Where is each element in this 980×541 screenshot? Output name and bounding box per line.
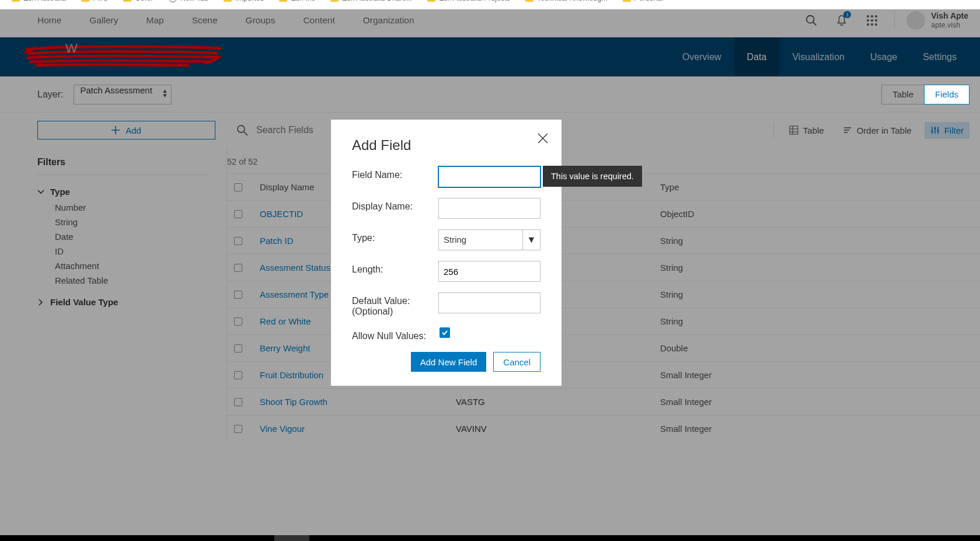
bookmark-item[interactable]: Esri Australia	[12, 0, 66, 2]
display-name-input[interactable]	[438, 198, 540, 219]
field-name-input[interactable]	[438, 166, 540, 187]
add-field-dialog: Add Field Field Name: Display Name: Type…	[331, 120, 562, 386]
label-type: Type:	[352, 229, 438, 243]
allow-null-checkbox[interactable]	[440, 327, 450, 338]
bookmark-item[interactable]: Esri Inc	[279, 0, 315, 2]
taskbar	[0, 535, 980, 541]
length-input[interactable]	[438, 261, 540, 282]
label-allow-null: Allow Null Values:	[352, 327, 440, 341]
chevron-down-icon: ▼	[522, 230, 540, 250]
bookmark-item[interactable]: Personal	[623, 0, 663, 2]
view-fields-button[interactable]: Fields	[924, 85, 969, 104]
cancel-button[interactable]: Cancel	[493, 352, 540, 372]
default-value-input[interactable]	[438, 292, 540, 313]
type-select[interactable]: String ▼	[438, 229, 540, 250]
bookmark-item[interactable]: Esri Australia Share...	[330, 0, 412, 2]
check-icon	[441, 329, 448, 336]
bookmark-item[interactable]: Technical Knowledg...	[525, 0, 608, 2]
bookmark-item[interactable]: Esri Australia Projects	[427, 0, 510, 2]
label-default-value: Default Value: (Optional)	[352, 292, 438, 317]
close-icon[interactable]	[537, 132, 549, 144]
bookmark-item[interactable]: New Tab	[169, 0, 208, 2]
validation-tooltip: This value is required.	[543, 166, 642, 187]
bookmark-item[interactable]: Imported	[224, 0, 264, 2]
bookmark-item[interactable]: PwC	[81, 0, 108, 2]
label-field-name: Field Name:	[352, 166, 438, 180]
add-new-field-button[interactable]: Add New Field	[411, 352, 487, 372]
bookmark-item[interactable]: Other	[123, 0, 153, 2]
label-display-name: Display Name:	[352, 198, 438, 212]
dialog-title: Add Field	[352, 137, 540, 153]
label-length: Length:	[352, 261, 438, 275]
